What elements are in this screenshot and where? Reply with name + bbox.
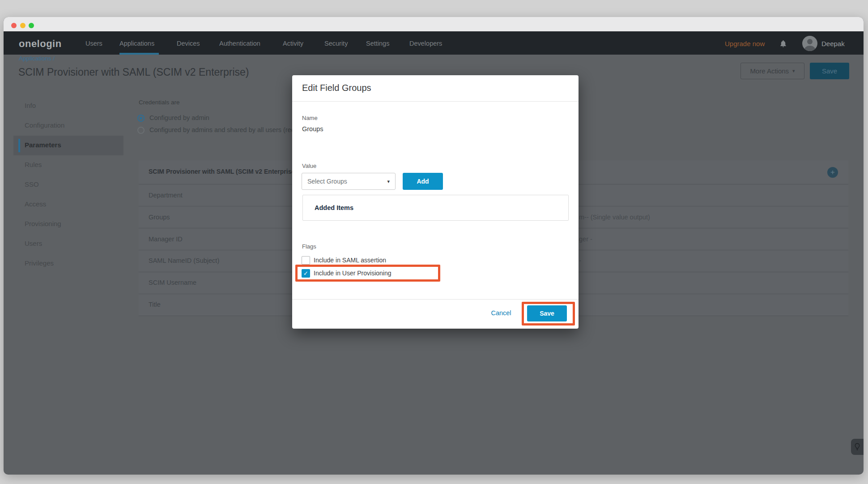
notification-bell-icon[interactable] (779, 39, 787, 48)
user-avatar[interactable] (802, 36, 817, 51)
add-button[interactable]: Add (403, 173, 443, 190)
dialog-header-divider (292, 101, 579, 102)
sidebar-item-sso[interactable]: SSO (25, 180, 39, 188)
active-nav-underline (119, 53, 159, 55)
value-label: Value (302, 163, 316, 169)
sidebar-item-privileges[interactable]: Privileges (25, 259, 54, 267)
nav-item-authentication[interactable]: Authentication (219, 40, 260, 47)
checkbox-include-saml-assertion[interactable] (302, 256, 310, 265)
annotation-highlight-user-provisioning (295, 265, 440, 282)
sidebar-item-parameters[interactable]: Parameters (25, 141, 61, 149)
table-row-department[interactable]: Department (149, 192, 183, 199)
sidebar-item-configuration[interactable]: Configuration (25, 121, 64, 129)
checkbox-include-saml-assertion-label[interactable]: Include in SAML assertion (314, 257, 386, 264)
table-row-groups[interactable]: Groups (149, 214, 170, 221)
sidebar-item-users[interactable]: Users (25, 240, 42, 247)
credentials-label: Credentials are (139, 99, 180, 106)
radio-configured-shared[interactable] (137, 127, 145, 134)
user-name[interactable]: Deepak (821, 40, 845, 47)
annotation-highlight-save (522, 302, 575, 326)
help-lightbulb-button[interactable] (851, 439, 864, 455)
name-value: Groups (302, 125, 323, 133)
table-row-saml-nameid[interactable]: SAML NameID (Subject) (149, 257, 219, 264)
macos-titlebar (4, 17, 864, 31)
sidebar-active-bar (18, 139, 20, 152)
name-label: Name (302, 115, 318, 121)
radio-configured-by-admin-label[interactable]: Configured by admin (149, 114, 209, 121)
sidebar-item-access[interactable]: Access (25, 200, 46, 208)
edit-field-groups-dialog: Edit Field Groups Name Groups Value Sele… (292, 75, 579, 329)
select-groups-placeholder: Select Groups (307, 178, 347, 185)
page-title: SCIM Provisioner with SAML (SCIM v2 Ente… (18, 66, 249, 78)
table-value-manager-id: ger - (579, 236, 592, 243)
nav-item-users[interactable]: Users (85, 40, 102, 47)
add-parameter-button[interactable]: + (827, 167, 838, 178)
sidebar-item-rules[interactable]: Rules (25, 161, 42, 168)
nav-item-devices[interactable]: Devices (177, 40, 200, 47)
nav-item-activity[interactable]: Activity (283, 40, 303, 47)
dialog-footer-divider (292, 299, 579, 300)
upgrade-now-link[interactable]: Upgrade now (725, 40, 765, 47)
close-window-icon[interactable] (11, 23, 17, 28)
sidebar-item-provisioning[interactable]: Provisioning (25, 220, 61, 227)
parameters-table-header: SCIM Provisioner with SAML (SCIM v2 Ente… (149, 168, 297, 175)
added-items-label: Added Items (315, 204, 353, 211)
lightbulb-icon (854, 443, 860, 451)
cancel-button[interactable]: Cancel (485, 309, 517, 317)
table-row-title[interactable]: Title (149, 301, 161, 308)
chevron-down-icon: ▾ (792, 69, 795, 73)
nav-item-applications[interactable]: Applications (119, 40, 154, 47)
chevron-down-icon: ▾ (387, 179, 390, 184)
flags-label: Flags (302, 243, 316, 250)
nav-item-developers[interactable]: Developers (409, 40, 442, 47)
table-value-groups: m-- (Single value output) (579, 214, 650, 221)
nav-item-security[interactable]: Security (324, 40, 348, 47)
nav-item-settings[interactable]: Settings (366, 40, 389, 47)
minimize-window-icon[interactable] (20, 23, 26, 28)
more-actions-button[interactable]: More Actions ▾ (740, 63, 804, 79)
table-row-scim-username[interactable]: SCIM Username (149, 279, 196, 286)
zoom-window-icon[interactable] (29, 23, 34, 28)
select-groups-dropdown[interactable]: Select Groups ▾ (302, 173, 396, 190)
onelogin-logo[interactable]: onelogin (19, 38, 62, 50)
breadcrumb[interactable]: Applications / (19, 55, 55, 62)
dialog-title: Edit Field Groups (302, 83, 371, 93)
table-row-manager-id[interactable]: Manager ID (149, 236, 183, 243)
radio-configured-by-admin[interactable] (137, 115, 145, 122)
sidebar-item-info[interactable]: Info (25, 102, 36, 109)
page-save-button[interactable]: Save (810, 63, 849, 79)
more-actions-label: More Actions (750, 67, 789, 75)
table-value-saml-nameid: - (579, 257, 581, 264)
